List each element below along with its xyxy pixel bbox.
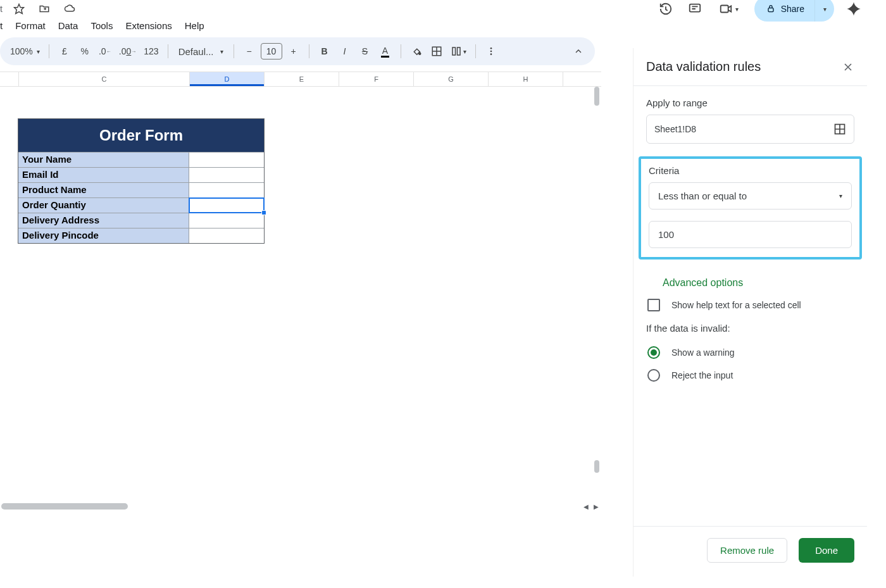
- svg-point-7: [490, 53, 492, 55]
- table-row: Email Id: [18, 167, 264, 182]
- cloud-status-icon[interactable]: [61, 0, 78, 18]
- label-email: Email Id: [18, 168, 189, 182]
- grid-select-icon[interactable]: [833, 123, 846, 135]
- cell-product[interactable]: [189, 183, 264, 197]
- table-row: Your Name: [18, 152, 264, 167]
- strike-button[interactable]: S: [356, 42, 374, 61]
- svg-rect-2: [721, 6, 728, 13]
- label-pincode: Delivery Pincode: [18, 228, 189, 243]
- cell-email[interactable]: [189, 168, 264, 182]
- col-header-f[interactable]: F: [339, 72, 414, 86]
- fill-color-button[interactable]: [408, 42, 425, 61]
- criteria-value-input[interactable]: 100: [649, 221, 852, 248]
- percent-format-button[interactable]: %: [76, 42, 94, 61]
- borders-button[interactable]: [428, 42, 446, 61]
- toolbar: 100%▾ £ % .0← .00→ 123 Defaul...▾ − 10 +…: [0, 37, 595, 65]
- col-header-g[interactable]: G: [414, 72, 489, 86]
- table-row: Delivery Pincode: [18, 228, 264, 243]
- scroll-left-icon[interactable]: ◀: [581, 502, 591, 511]
- menu-item-extensions[interactable]: Extensions: [125, 20, 172, 31]
- select-all-cell[interactable]: [0, 72, 19, 86]
- cell-pincode[interactable]: [189, 228, 264, 243]
- increase-decimal-button[interactable]: .00→: [116, 42, 139, 61]
- table-row: Order Quantiy: [18, 197, 264, 213]
- decrease-decimal-button[interactable]: .0←: [96, 42, 114, 61]
- col-header-c[interactable]: C: [19, 72, 190, 86]
- cell-quantity[interactable]: [189, 198, 264, 213]
- help-text-label: Show help text for a selected cell: [671, 300, 801, 310]
- font-family-value: Defaul...: [178, 46, 214, 57]
- radio-reject-input-label: Reject the input: [671, 370, 733, 380]
- invalid-data-label: If the data is invalid:: [646, 323, 854, 334]
- help-text-checkbox[interactable]: [647, 299, 660, 311]
- table-row: Product Name: [18, 182, 264, 197]
- svg-marker-0: [14, 4, 23, 14]
- svg-point-5: [490, 47, 492, 49]
- svg-rect-1: [689, 4, 700, 12]
- font-size-increase[interactable]: +: [285, 42, 303, 61]
- radio-reject-input[interactable]: [647, 369, 660, 382]
- cell-address[interactable]: [189, 213, 264, 228]
- col-header-e[interactable]: E: [265, 72, 339, 86]
- share-caret[interactable]: ▾: [815, 6, 834, 13]
- label-your-name: Your Name: [18, 153, 189, 167]
- close-icon[interactable]: [842, 61, 854, 73]
- horizontal-scrollbar[interactable]: [0, 502, 589, 511]
- apply-range-label: Apply to range: [646, 97, 854, 108]
- apply-range-value: Sheet1!D8: [654, 124, 696, 134]
- panel-title: Data validation rules: [646, 59, 761, 74]
- menu-item-tools[interactable]: Tools: [90, 20, 113, 31]
- menu-item-format[interactable]: Format: [15, 20, 46, 31]
- comments-icon[interactable]: [686, 0, 704, 18]
- menu-item-edit-suffix[interactable]: t: [0, 20, 3, 31]
- grid-body[interactable]: Order Form Your Name Email Id Product Na…: [0, 87, 601, 511]
- font-family-select[interactable]: Defaul...▾: [175, 46, 227, 57]
- col-header-d[interactable]: D: [190, 72, 265, 86]
- criteria-select-value: Less than or equal to: [658, 191, 747, 201]
- menu-item-data[interactable]: Data: [58, 20, 78, 31]
- table-row: Delivery Address: [18, 213, 264, 228]
- font-size-decrease[interactable]: −: [240, 42, 258, 61]
- advanced-options-toggle[interactable]: Advanced options: [646, 268, 854, 295]
- col-header-h[interactable]: H: [489, 72, 563, 86]
- share-button-group: Share ▾: [754, 0, 834, 22]
- menu-item-help[interactable]: Help: [185, 20, 204, 31]
- criteria-value: 100: [658, 229, 674, 240]
- move-folder-icon[interactable]: [35, 0, 53, 18]
- cell-your-name[interactable]: [189, 153, 264, 167]
- criteria-highlight: Criteria Less than or equal to ▾ 100: [639, 156, 862, 260]
- share-label: Share: [781, 4, 804, 14]
- zoom-select[interactable]: 100%▾: [8, 42, 42, 61]
- currency-format-button[interactable]: £: [56, 42, 73, 61]
- collapse-toolbar-button[interactable]: [570, 42, 587, 61]
- merge-button[interactable]: ▾: [448, 42, 469, 61]
- star-icon[interactable]: [10, 0, 28, 18]
- svg-rect-3: [768, 8, 773, 12]
- apply-range-input[interactable]: Sheet1!D8: [646, 115, 854, 144]
- criteria-select[interactable]: Less than or equal to ▾: [649, 182, 852, 210]
- text-color-button[interactable]: A: [377, 42, 394, 61]
- remove-rule-button[interactable]: Remove rule: [707, 538, 787, 563]
- more-formats-button[interactable]: 123: [141, 42, 161, 61]
- label-product: Product Name: [18, 183, 189, 197]
- done-button[interactable]: Done: [799, 538, 854, 563]
- doc-title-suffix: t: [0, 4, 3, 14]
- svg-point-6: [490, 51, 492, 53]
- share-button[interactable]: Share: [754, 0, 815, 22]
- data-validation-panel: Data validation rules Apply to range She…: [633, 48, 867, 577]
- font-size-input[interactable]: 10: [261, 43, 282, 59]
- scroll-right-icon[interactable]: ▶: [591, 502, 601, 511]
- bold-button[interactable]: B: [316, 42, 334, 61]
- radio-show-warning-label: Show a warning: [671, 347, 735, 358]
- order-form: Order Form Your Name Email Id Product Na…: [18, 118, 265, 244]
- label-address: Delivery Address: [18, 213, 189, 228]
- history-icon[interactable]: [657, 0, 675, 18]
- gemini-icon[interactable]: [845, 1, 862, 17]
- order-form-title: Order Form: [18, 119, 264, 152]
- vertical-scrollbar[interactable]: [591, 87, 601, 511]
- italic-button[interactable]: I: [336, 42, 354, 61]
- more-tools-button[interactable]: [482, 42, 500, 61]
- meet-icon[interactable]: ▾: [715, 0, 743, 18]
- criteria-label: Criteria: [649, 165, 852, 176]
- radio-show-warning[interactable]: [647, 346, 660, 359]
